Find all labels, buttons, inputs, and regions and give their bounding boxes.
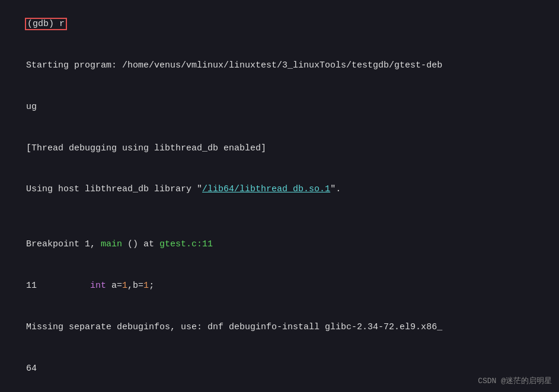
blank-line [5, 210, 554, 224]
keyword-int: int [90, 281, 106, 291]
starting-program-cont-line: ug [5, 86, 554, 128]
watermark: CSDN @迷茫的启明星 [478, 375, 552, 386]
starting-text-cont: ug [26, 102, 37, 112]
comma: ,b= [127, 281, 143, 291]
thread-debug-line: [Thread debugging using libthread_db ena… [5, 127, 554, 169]
val-1b: 1 [143, 281, 149, 291]
linenum-11: 11 [26, 281, 90, 291]
gdb-n-line: (gdb) n [5, 389, 554, 392]
missing-debug-cont-line: 64 [5, 348, 554, 389]
breakpoint-text-1: Breakpoint 1, [26, 239, 101, 249]
code-int-line: 11 int a=1,b=1; [5, 265, 554, 307]
libthread-line: Using host libthread_db library "/lib64/… [5, 169, 554, 210]
starting-program-line: Starting program: /home/venus/vmlinux/li… [5, 45, 554, 86]
libthread-text-2: ". [330, 184, 341, 194]
semicolon: ; [149, 281, 154, 291]
breakpoint-text-2: () at [122, 239, 159, 249]
breakpoint-file: gtest.c:11 [159, 239, 213, 249]
terminal: (gdb) r Starting program: /home/venus/vm… [0, 0, 559, 392]
gdb-run-line: (gdb) r [5, 4, 554, 45]
val-1a: 1 [122, 281, 127, 291]
libthread-text-1: Using host libthread_db library " [26, 184, 202, 194]
gdb-prompt-1: (gdb) r [26, 19, 66, 29]
breakpoint-line: Breakpoint 1, main () at gtest.c:11 [5, 224, 554, 265]
code-int-text: a= [106, 281, 122, 291]
libthread-link: /lib64/libthread_db.so.1 [202, 184, 330, 194]
missing-debug-line: Missing separate debuginfos, use: dnf de… [5, 307, 554, 348]
missing-debug-cont-text: 64 [26, 364, 37, 374]
thread-debug-text: [Thread debugging using libthread_db ena… [26, 143, 266, 153]
starting-text: Starting program: /home/venus/vmlinux/li… [26, 60, 442, 70]
breakpoint-main: main [101, 239, 122, 249]
missing-debug-text: Missing separate debuginfos, use: dnf de… [26, 322, 442, 332]
